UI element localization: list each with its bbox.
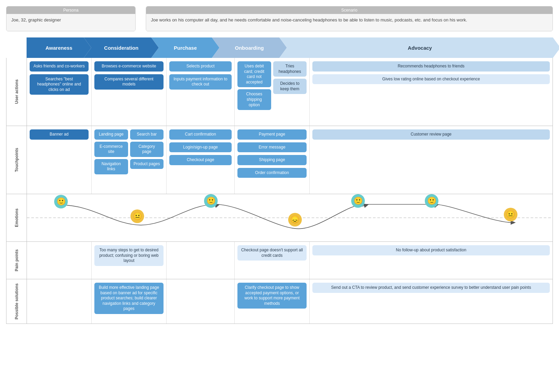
ua-onboarding-card-2: Chooses shipping option	[237, 89, 271, 110]
tp-advocacy: Customer review page	[310, 126, 553, 194]
ua-onboarding-card-1: Uses debit card; credit card not accepte…	[237, 61, 271, 87]
tp-awareness-card-1: Banner ad	[30, 129, 89, 140]
emotion-face-3: 🙂	[204, 194, 218, 208]
tp-purchase: Cart confirmation Login/sign-up page Che…	[167, 126, 235, 194]
scenario-box: Scenario Joe works on his computer all d…	[146, 6, 553, 31]
ua-purchase: Selects product Inputs payment informati…	[167, 58, 235, 126]
sol-onboarding: Clarify checkout page to show accepted p…	[235, 279, 310, 324]
tp-consideration-product: Product pages	[130, 159, 164, 169]
sol-onboarding-card: Clarify checkout page to show accepted p…	[237, 283, 307, 309]
ua-consideration-card-2: Compares several different models	[94, 74, 164, 90]
emotions-canvas: 🙂 😐 🙂 😞 🙂	[27, 194, 553, 241]
tp-awareness: Banner ad	[27, 126, 92, 194]
tp-onboarding: Payment page Error message Shipping page…	[235, 126, 310, 194]
scenario-content: Joe works on his computer all day, and h…	[146, 14, 553, 31]
scenario-header: Scenario	[146, 6, 553, 14]
ua-onboarding: Uses debit card; credit card not accepte…	[235, 58, 310, 126]
stage-consideration: Consideration	[84, 37, 159, 58]
stage-onboarding: Onboarding	[212, 37, 287, 58]
tp-consideration-category: Category page	[130, 142, 164, 157]
persona-box: Persona Joe, 32, graphic designer	[6, 6, 136, 31]
touchpoints-row: Banner ad Landing page E-commerce site N…	[27, 126, 553, 194]
stage-advocacy: Advocacy	[279, 37, 559, 58]
pp-awareness	[27, 242, 92, 279]
label-user-actions: User actions	[6, 58, 27, 126]
tp-onboarding-order: Order confirmation	[237, 168, 307, 178]
emotions-row: 🙂 😐 🙂 😞 🙂	[27, 194, 553, 242]
ua-onboarding-card-4: Decides to keep them	[273, 79, 307, 94]
ua-consideration: Browses e-commerce website Compares seve…	[92, 58, 167, 126]
solutions-row: Build more effective landing page based …	[27, 279, 553, 324]
pp-purchase	[167, 242, 235, 279]
ua-purchase-card-2: Inputs payment information to check out	[169, 74, 232, 90]
tp-consideration-ecommerce: E-commerce site	[94, 142, 128, 157]
ua-advocacy: Recommends headphones to friends Gives l…	[310, 58, 553, 126]
tp-consideration-nav: Navigation links	[94, 159, 128, 174]
ua-advocacy-card-1: Recommends headphones to friends	[312, 61, 550, 72]
sol-advocacy: Send out a CTA to review product, and se…	[310, 279, 553, 324]
pp-advocacy: No follow-up about product satisfaction	[310, 242, 553, 279]
label-touchpoints: Touchpoints	[6, 126, 27, 194]
ua-consideration-card-1: Browses e-commerce website	[94, 61, 164, 72]
tp-purchase-login: Login/sign-up page	[169, 142, 232, 153]
emotion-face-6: 🙂	[425, 194, 438, 208]
top-section: Persona Joe, 32, graphic designer Scenar…	[6, 6, 553, 31]
tp-consideration: Landing page E-commerce site Navigation …	[92, 126, 167, 194]
tp-onboarding-payment: Payment page	[237, 129, 307, 140]
stage-awareness: Awareness	[27, 37, 91, 58]
sol-awareness	[27, 279, 92, 324]
tp-purchase-cart: Cart confirmation	[169, 129, 232, 140]
pp-onboarding: Checkout page doesn't support all credit…	[235, 242, 310, 279]
main-grid: User actions Touchpoints Emotions Pain p…	[6, 58, 553, 324]
ua-awareness-card-1: Asks friends and co-workers	[30, 61, 89, 72]
emotion-face-2: 😐	[130, 209, 144, 223]
pp-consideration: Too many steps to get to desired product…	[92, 242, 167, 279]
emotion-face-7: 😐	[504, 208, 517, 221]
emotion-face-4: 😞	[288, 213, 302, 226]
tp-onboarding-error: Error message	[237, 142, 307, 153]
persona-content: Joe, 32, graphic designer	[6, 14, 135, 31]
sol-purchase	[167, 279, 235, 324]
tp-consideration-landing: Landing page	[94, 129, 128, 140]
emotion-face-5: 🙂	[351, 194, 365, 208]
label-pain-points: Pain points	[6, 242, 27, 279]
ua-awareness: Asks friends and co-workers Searches "be…	[27, 58, 92, 126]
pp-onboarding-card: Checkout page doesn't support all credit…	[237, 245, 307, 261]
row-labels: User actions Touchpoints Emotions Pain p…	[6, 58, 27, 324]
label-emotions: Emotions	[6, 194, 27, 242]
ua-advocacy-card-2: Gives low rating online based on checkou…	[312, 74, 550, 84]
pp-advocacy-card: No follow-up about product satisfaction	[312, 245, 550, 255]
ua-onboarding-card-3: Tries headphones	[273, 61, 307, 77]
pp-consideration-card: Too many steps to get to desired product…	[94, 245, 164, 266]
stages-row: Awareness Consideration Purchase Onboard…	[27, 37, 553, 58]
label-solutions: Possible solutions	[6, 279, 27, 324]
persona-header: Persona	[6, 6, 135, 14]
tp-onboarding-shipping: Shipping page	[237, 155, 307, 165]
content-area: Asks friends and co-workers Searches "be…	[27, 58, 553, 324]
tp-advocacy-review: Customer review page	[312, 129, 550, 140]
page-wrapper: Persona Joe, 32, graphic designer Scenar…	[0, 0, 559, 330]
user-actions-row: Asks friends and co-workers Searches "be…	[27, 58, 553, 126]
sol-advocacy-card: Send out a CTA to review product, and se…	[312, 283, 550, 293]
ua-awareness-card-2: Searches "best headphones" online and cl…	[30, 74, 89, 95]
sol-consideration-card: Build more effective landing page based …	[94, 283, 164, 314]
pain-points-row: Too many steps to get to desired product…	[27, 242, 553, 279]
tp-consideration-search: Search bar	[130, 129, 164, 140]
sol-consideration: Build more effective landing page based …	[92, 279, 167, 324]
stage-purchase: Purchase	[151, 37, 219, 58]
emotion-face-1: 🙂	[54, 195, 68, 208]
ua-purchase-card-1: Selects product	[169, 61, 232, 72]
tp-purchase-checkout: Checkout page	[169, 155, 232, 165]
